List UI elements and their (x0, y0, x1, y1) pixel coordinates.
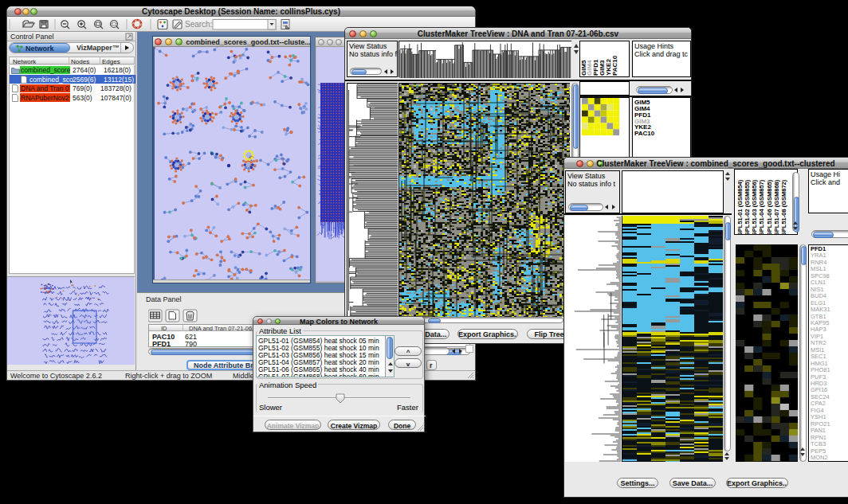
svg-text:GPL51-08 (GSM872): GPL51-08 (GSM872) (780, 179, 787, 235)
svg-text:GPL51-02 (GSM855): GPL51-02 (GSM855) (744, 179, 751, 235)
svg-text:Search:: Search: (185, 20, 212, 29)
svg-text:GPL51-07 (GSM868): GPL51-07 (GSM868) (773, 179, 780, 235)
svg-text:GPL51-01 (GSM854): GPL51-01 (GSM854) (736, 179, 744, 235)
svg-text:GPL51-06 (GSM865): GPL51-06 (GSM865) (766, 179, 773, 235)
svg-text:PAC10: PAC10 (611, 55, 618, 76)
svg-text:GPL51-03 (GSM856): GPL51-03 (GSM856) (751, 179, 758, 235)
svg-text:GPL51-04 (GSM857): GPL51-04 (GSM857) (758, 179, 765, 235)
